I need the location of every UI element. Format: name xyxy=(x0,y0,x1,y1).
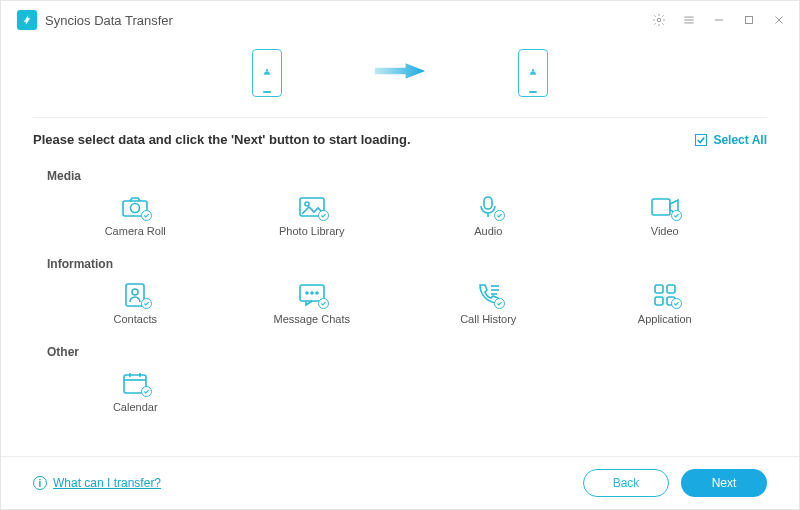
minimize-button[interactable] xyxy=(711,12,727,28)
svg-point-0 xyxy=(657,18,661,22)
section-other: Calendar xyxy=(47,363,753,423)
item-message-chats[interactable]: Message Chats xyxy=(224,275,401,335)
item-label: Calendar xyxy=(113,401,158,413)
contacts-icon xyxy=(120,283,150,307)
calendar-icon xyxy=(120,371,150,395)
video-icon xyxy=(650,195,680,219)
item-label: Message Chats xyxy=(274,313,350,325)
item-call-history[interactable]: Call History xyxy=(400,275,577,335)
select-all-label: Select All xyxy=(713,133,767,147)
app-window: Syncios Data Transfer xyxy=(0,0,800,510)
apps-icon xyxy=(650,283,680,307)
target-phone-icon xyxy=(518,49,548,97)
svg-rect-17 xyxy=(652,199,670,215)
instruction-text: Please select data and click the 'Next' … xyxy=(33,132,695,147)
source-phone-icon xyxy=(252,49,282,97)
next-button[interactable]: Next xyxy=(681,469,767,497)
item-label: Camera Roll xyxy=(105,225,166,237)
call-history-icon xyxy=(473,283,503,307)
svg-point-8 xyxy=(266,69,268,71)
svg-point-23 xyxy=(311,292,313,294)
app-title: Syncios Data Transfer xyxy=(45,13,173,28)
svg-rect-30 xyxy=(655,297,663,305)
window-controls xyxy=(651,12,787,28)
section-media: Camera Roll Photo Library Audio xyxy=(47,187,753,247)
item-label: Audio xyxy=(474,225,502,237)
device-diagram xyxy=(1,39,799,117)
photo-icon xyxy=(297,195,327,219)
instruction-row: Please select data and click the 'Next' … xyxy=(1,118,799,153)
svg-rect-28 xyxy=(655,285,663,293)
app-logo-icon xyxy=(17,10,37,30)
section-other-label: Other xyxy=(47,345,753,359)
item-application[interactable]: Application xyxy=(577,275,754,335)
maximize-button[interactable] xyxy=(741,12,757,28)
title-bar: Syncios Data Transfer xyxy=(1,1,799,39)
section-media-label: Media xyxy=(47,169,753,183)
transfer-arrow-icon xyxy=(372,59,428,87)
section-information-label: Information xyxy=(47,257,753,271)
item-calendar[interactable]: Calendar xyxy=(47,363,224,423)
item-label: Contacts xyxy=(114,313,157,325)
svg-point-24 xyxy=(316,292,318,294)
svg-marker-9 xyxy=(375,63,425,79)
help-link-group: i What can I transfer? xyxy=(33,476,161,490)
footer: i What can I transfer? Back Next xyxy=(1,456,799,509)
svg-rect-29 xyxy=(667,285,675,293)
audio-icon xyxy=(473,195,503,219)
svg-rect-5 xyxy=(746,17,753,24)
item-audio[interactable]: Audio xyxy=(400,187,577,247)
select-all-checkbox-icon xyxy=(695,134,707,146)
svg-point-12 xyxy=(131,204,140,213)
settings-button[interactable] xyxy=(651,12,667,28)
svg-point-20 xyxy=(132,289,138,295)
info-icon: i xyxy=(33,476,47,490)
item-camera-roll[interactable]: Camera Roll xyxy=(47,187,224,247)
svg-rect-15 xyxy=(484,197,492,209)
item-label: Video xyxy=(651,225,679,237)
item-contacts[interactable]: Contacts xyxy=(47,275,224,335)
menu-button[interactable] xyxy=(681,12,697,28)
svg-point-14 xyxy=(305,202,309,206)
item-photo-library[interactable]: Photo Library xyxy=(224,187,401,247)
camera-icon xyxy=(120,195,150,219)
close-button[interactable] xyxy=(771,12,787,28)
svg-point-22 xyxy=(306,292,308,294)
section-information: Contacts Message Chats Call History xyxy=(47,275,753,335)
message-icon xyxy=(297,283,327,307)
back-button[interactable]: Back xyxy=(583,469,669,497)
help-link[interactable]: What can I transfer? xyxy=(53,476,161,490)
item-label: Call History xyxy=(460,313,516,325)
item-video[interactable]: Video xyxy=(577,187,754,247)
item-label: Application xyxy=(638,313,692,325)
categories: Media Camera Roll Photo Library xyxy=(1,153,799,423)
svg-point-10 xyxy=(532,69,534,71)
select-all-toggle[interactable]: Select All xyxy=(695,133,767,147)
item-label: Photo Library xyxy=(279,225,344,237)
